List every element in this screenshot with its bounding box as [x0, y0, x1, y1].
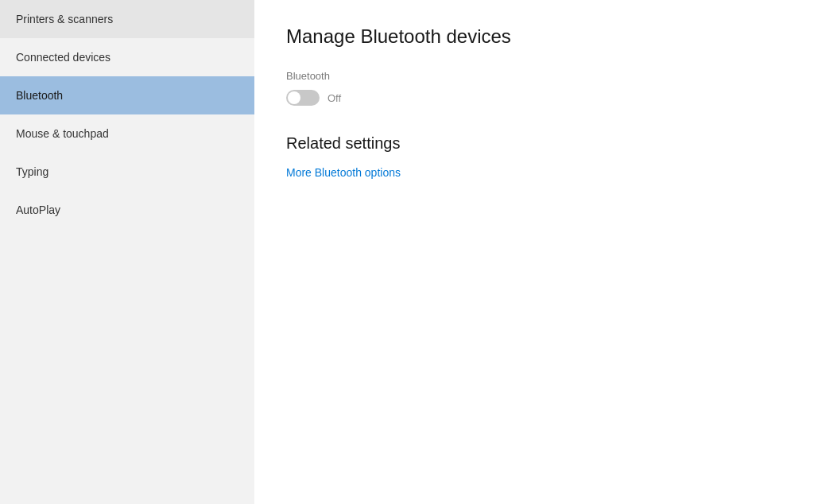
toggle-off-label: Off — [328, 92, 341, 104]
sidebar-item-connected-devices[interactable]: Connected devices — [0, 38, 254, 76]
sidebar-item-autoplay[interactable]: AutoPlay — [0, 191, 254, 229]
sidebar-item-bluetooth[interactable]: Bluetooth — [0, 76, 254, 114]
toggle-knob — [288, 91, 300, 104]
sidebar-item-typing[interactable]: Typing — [0, 153, 254, 191]
related-settings-title: Related settings — [286, 134, 782, 153]
bluetooth-toggle-row: Off — [286, 90, 782, 106]
sidebar: Printers & scanners Connected devices Bl… — [0, 0, 254, 504]
main-content: Manage Bluetooth devices Bluetooth Off R… — [254, 0, 814, 504]
page-title: Manage Bluetooth devices — [286, 25, 782, 48]
sidebar-item-mouse-touchpad[interactable]: Mouse & touchpad — [0, 114, 254, 153]
more-bluetooth-options-link[interactable]: More Bluetooth options — [286, 166, 401, 179]
sidebar-item-printers-scanners[interactable]: Printers & scanners — [0, 0, 254, 38]
bluetooth-toggle[interactable] — [286, 90, 320, 106]
bluetooth-section-label: Bluetooth — [286, 70, 782, 82]
